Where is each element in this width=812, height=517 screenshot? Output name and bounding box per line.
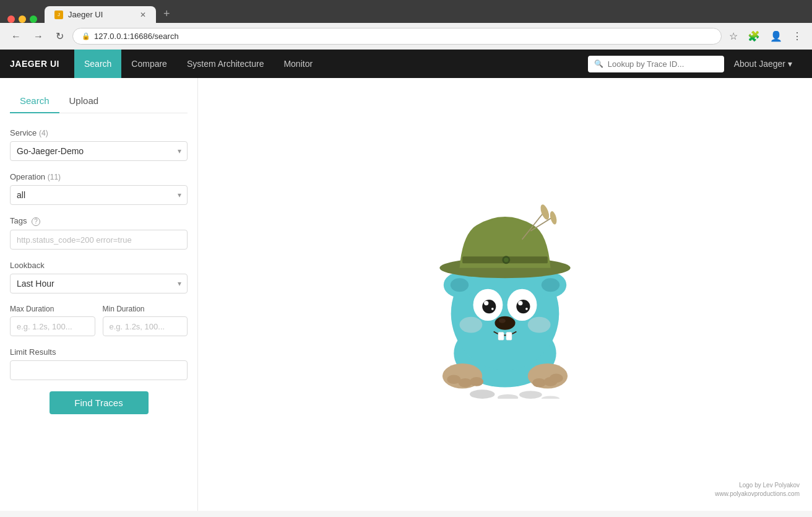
svg-point-35: [550, 374, 563, 383]
min-duration-label: Min Duration: [103, 305, 188, 313]
tags-input[interactable]: [10, 230, 188, 250]
tab-close-button[interactable]: ✕: [140, 11, 146, 19]
back-button[interactable]: ←: [7, 30, 25, 43]
browser-chrome: J Jaeger UI ✕ +: [0, 0, 812, 23]
lookback-select[interactable]: Last Hour: [10, 274, 188, 293]
extensions-button[interactable]: 🧩: [745, 29, 762, 43]
service-select-wrapper: Go-Jaeger-Demo: [10, 141, 188, 161]
app-logo: JAEGER UI: [10, 59, 59, 69]
profile-button[interactable]: 👤: [767, 29, 785, 43]
nav-search[interactable]: Search: [74, 50, 121, 78]
tab-upload[interactable]: Upload: [59, 90, 109, 113]
svg-rect-24: [498, 332, 504, 340]
bookmark-button[interactable]: ☆: [727, 29, 740, 43]
duration-row: Max Duration Min Duration: [10, 305, 188, 336]
svg-point-21: [525, 308, 528, 310]
svg-rect-25: [506, 332, 512, 340]
right-panel: Logo by Lev Polyakov www.polyakovproduct…: [198, 78, 812, 511]
address-text: 127.0.0.1:16686/search: [94, 32, 179, 41]
tags-help-icon[interactable]: ?: [32, 217, 40, 226]
tab-search[interactable]: Search: [10, 90, 59, 113]
nav-search-box: 🔍: [588, 56, 724, 72]
operation-select-wrapper: all: [10, 185, 188, 205]
service-select[interactable]: Go-Jaeger-Demo: [10, 141, 188, 161]
svg-point-36: [470, 389, 495, 399]
svg-point-26: [459, 317, 482, 333]
mascot-container: [400, 188, 610, 401]
tags-group: Tags ?: [10, 216, 188, 250]
max-duration-label: Max Duration: [10, 305, 95, 313]
svg-point-38: [519, 391, 542, 399]
svg-point-5: [542, 278, 559, 292]
lookback-group: Lookback Last Hour: [10, 261, 188, 293]
limit-results-group: Limit Results 20: [10, 347, 188, 380]
trace-lookup-wrap: 🔍: [588, 56, 724, 72]
min-duration-group: Min Duration: [103, 305, 188, 336]
svg-point-39: [542, 396, 559, 399]
logo-credit-line1: Logo by Lev Polyakov: [715, 481, 800, 490]
service-group: Service (4) Go-Jaeger-Demo: [10, 128, 188, 161]
maximize-window-button[interactable]: [30, 15, 37, 23]
max-duration-input[interactable]: [10, 316, 95, 336]
logo-credit-line2: www.polyakovproductions.com: [715, 490, 800, 498]
menu-button[interactable]: ⋮: [790, 29, 805, 43]
svg-point-27: [528, 317, 551, 333]
lookback-select-wrapper: Last Hour: [10, 274, 188, 293]
lookback-label: Lookback: [10, 261, 188, 270]
svg-point-11: [549, 211, 558, 225]
panel-tabs: Search Upload: [10, 90, 188, 113]
svg-point-18: [484, 301, 488, 305]
active-tab[interactable]: J Jaeger UI ✕: [45, 6, 156, 23]
nav-system-architecture[interactable]: System Architecture: [177, 50, 274, 78]
svg-point-19: [518, 301, 522, 305]
tab-title: Jaeger UI: [68, 10, 103, 19]
close-window-button[interactable]: [7, 15, 15, 23]
app-navbar: JAEGER UI Search Compare System Architec…: [0, 50, 812, 78]
nav-links: Search Compare System Architecture Monit…: [74, 50, 588, 78]
browser-toolbar: ← → ↻ 🔒 127.0.0.1:16686/search ☆ 🧩 👤 ⋮: [0, 23, 812, 50]
svg-point-13: [504, 258, 508, 262]
logo-credit: Logo by Lev Polyakov www.polyakovproduct…: [715, 481, 800, 498]
forward-button[interactable]: →: [30, 30, 47, 43]
address-bar[interactable]: 🔒 127.0.0.1:16686/search: [72, 28, 722, 45]
svg-point-37: [498, 394, 518, 399]
about-jaeger-chevron: ▾: [788, 59, 792, 69]
min-duration-input[interactable]: [103, 316, 188, 336]
search-icon: 🔍: [594, 59, 603, 68]
mascot-image: [400, 188, 610, 399]
lock-icon: 🔒: [82, 32, 90, 40]
duration-group: Max Duration Min Duration: [10, 305, 188, 336]
svg-point-20: [491, 308, 494, 310]
operation-group: Operation (11) all: [10, 172, 188, 205]
svg-point-22: [495, 316, 515, 330]
service-label: Service (4): [10, 128, 188, 137]
left-panel: Search Upload Service (4) Go-Jaeger-Demo…: [0, 78, 198, 511]
tab-favicon: J: [54, 11, 63, 19]
svg-point-4: [451, 278, 469, 292]
refresh-button[interactable]: ↻: [52, 29, 67, 43]
operation-label: Operation (11): [10, 172, 188, 181]
operation-select[interactable]: all: [10, 185, 188, 205]
svg-point-16: [482, 300, 496, 313]
trace-lookup-input[interactable]: [588, 56, 724, 72]
new-tab-button[interactable]: +: [158, 5, 175, 23]
about-jaeger-menu[interactable]: About Jaeger ▾: [724, 50, 802, 78]
svg-point-23: [499, 318, 506, 323]
svg-point-32: [470, 377, 483, 386]
limit-results-label: Limit Results: [10, 347, 188, 357]
limit-results-input[interactable]: 20: [10, 360, 188, 380]
find-traces-button[interactable]: Find Traces: [50, 391, 149, 414]
nav-monitor[interactable]: Monitor: [274, 50, 322, 78]
svg-point-10: [539, 204, 551, 221]
minimize-window-button[interactable]: [19, 15, 26, 23]
tags-label: Tags ?: [10, 216, 188, 226]
max-duration-group: Max Duration: [10, 305, 95, 336]
svg-point-17: [516, 300, 530, 313]
main-content: Search Upload Service (4) Go-Jaeger-Demo…: [0, 78, 812, 511]
about-jaeger-label: About Jaeger: [734, 59, 785, 69]
nav-compare[interactable]: Compare: [121, 50, 177, 78]
